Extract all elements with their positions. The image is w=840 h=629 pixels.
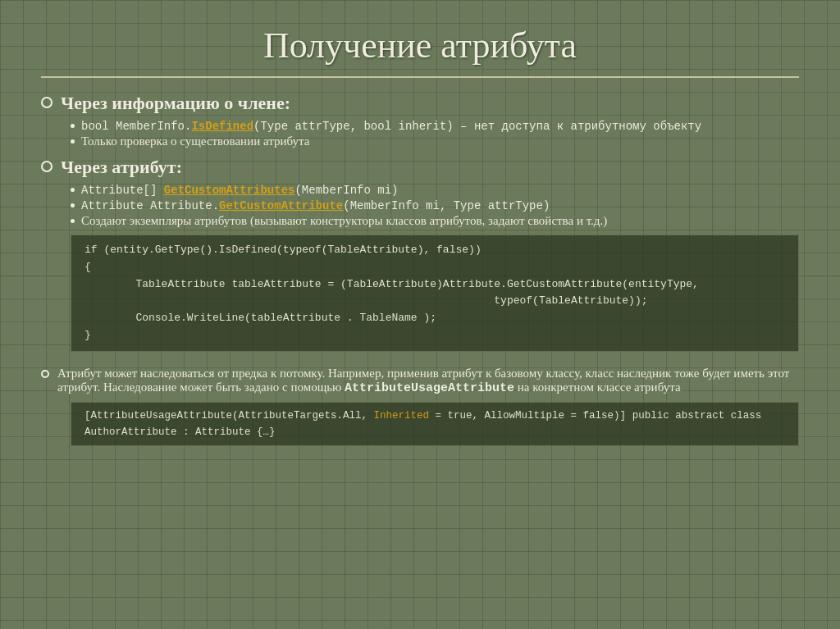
section1-heading: Через информацию о члене: <box>41 93 799 114</box>
section1-subbullets: bool MemberInfo.IsDefined(Type attrType,… <box>71 119 799 148</box>
section2-heading: Через атрибут: <box>41 157 799 178</box>
section3-text: Атрибут может наследоваться от предка к … <box>41 367 799 395</box>
section-2: Через атрибут: Attribute[] GetCustomAttr… <box>41 157 799 352</box>
bullet-dot-1 <box>41 97 52 108</box>
section1-bullet-2: Только проверка о существовании атрибута <box>71 134 799 148</box>
section2-bullet-1: Attribute[] GetCustomAttributes(MemberIn… <box>71 183 799 197</box>
section2-code: if (entity.GetType().IsDefined(typeof(Ta… <box>71 235 799 352</box>
section1-bullet-1: bool MemberInfo.IsDefined(Type attrType,… <box>71 119 799 133</box>
section-1: Через информацию о члене: bool MemberInf… <box>41 93 799 148</box>
slide-title: Получение атрибута <box>41 25 799 78</box>
section2-bullet-3: Создают экземпляры атрибутов (вызывают к… <box>71 214 799 228</box>
section3-code: [AttributeUsageAttribute(AttributeTarget… <box>71 402 799 446</box>
section2-bullet-2: Attribute Attribute.GetCustomAttribute(M… <box>71 198 799 212</box>
section2-subbullets: Attribute[] GetCustomAttributes(MemberIn… <box>71 183 799 228</box>
bullet-dot-2 <box>41 161 52 172</box>
section-3: Атрибут может наследоваться от предка к … <box>41 363 799 446</box>
slide: Получение атрибута Через информацию о чл… <box>0 0 840 629</box>
content-area: Через информацию о члене: bool MemberInf… <box>41 93 799 604</box>
